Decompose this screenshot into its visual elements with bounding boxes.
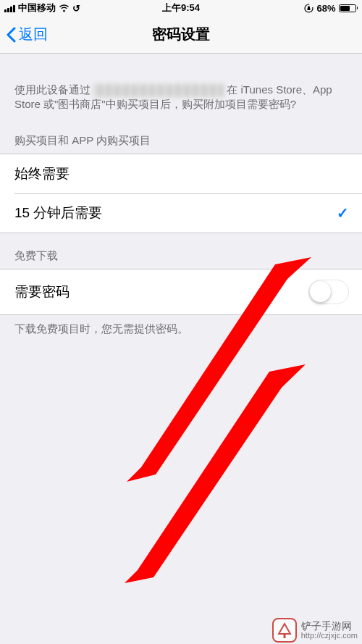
chevron-left-icon bbox=[6, 27, 16, 43]
wifi-icon bbox=[59, 4, 70, 12]
option-label: 始终需要 bbox=[14, 164, 70, 183]
status-left: 中国移动 ↺ bbox=[4, 1, 80, 14]
require-password-switch[interactable] bbox=[308, 280, 349, 304]
option-require-after-15[interactable]: 15 分钟后需要 ✓ bbox=[0, 193, 362, 233]
require-password-label: 需要密码 bbox=[14, 283, 70, 301]
option-always-require[interactable]: 始终需要 bbox=[0, 154, 362, 193]
watermark: 铲子手游网 http://czjxjc.com bbox=[272, 618, 358, 643]
purchase-options-group: 始终需要 15 分钟后需要 ✓ bbox=[0, 154, 362, 233]
status-bar: 中国移动 ↺ 上午9:54 68% bbox=[0, 0, 362, 16]
option-label: 15 分钟后需要 bbox=[14, 204, 102, 222]
purchase-section-header: 购买项目和 APP 内购买项目 bbox=[0, 118, 362, 154]
intro-text: 使用此设备通过 在 iTunes Store、App Store 或"图书商店"… bbox=[0, 54, 362, 118]
svg-rect-3 bbox=[273, 619, 296, 642]
redacted-account bbox=[93, 84, 224, 97]
watermark-url: http://czjxjc.com bbox=[301, 632, 358, 640]
hotspot-icon: ↺ bbox=[72, 3, 80, 14]
page-title: 密码设置 bbox=[152, 25, 210, 44]
orientation-lock-icon bbox=[304, 4, 313, 13]
free-section-footer: 下载免费项目时，您无需提供密码。 bbox=[0, 315, 362, 342]
svg-rect-4 bbox=[283, 634, 285, 638]
svg-marker-2 bbox=[125, 364, 306, 583]
signal-icon bbox=[4, 4, 15, 12]
watermark-name: 铲子手游网 bbox=[301, 621, 352, 632]
free-section-header: 免费下载 bbox=[0, 233, 362, 269]
free-downloads-group: 需要密码 bbox=[0, 269, 362, 315]
checkmark-icon: ✓ bbox=[337, 204, 349, 222]
status-right: 68% bbox=[304, 3, 358, 14]
nav-bar: 返回 密码设置 bbox=[0, 16, 362, 54]
battery-pct: 68% bbox=[316, 3, 335, 14]
carrier-label: 中国移动 bbox=[18, 1, 56, 14]
require-password-row: 需要密码 bbox=[0, 269, 362, 314]
watermark-logo-icon bbox=[272, 618, 297, 643]
back-label: 返回 bbox=[19, 25, 48, 44]
back-button[interactable]: 返回 bbox=[6, 25, 48, 44]
annotation-arrow-2 bbox=[125, 359, 306, 583]
status-time: 上午9:54 bbox=[162, 1, 200, 14]
battery-icon bbox=[339, 4, 358, 12]
